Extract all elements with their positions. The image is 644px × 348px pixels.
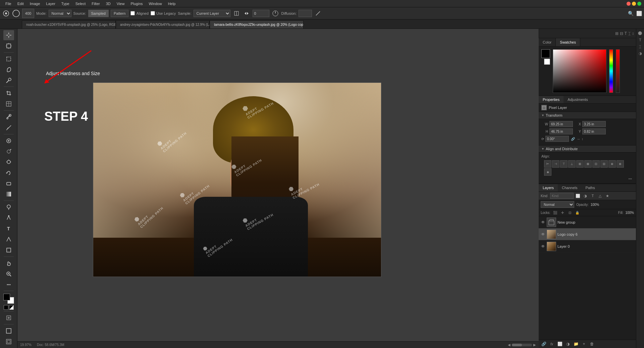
- opacity-value[interactable]: 100%: [591, 203, 599, 207]
- fg-color-box[interactable]: [541, 49, 550, 58]
- text-tool[interactable]: T: [3, 224, 14, 234]
- layers-tab[interactable]: Layers: [539, 184, 558, 191]
- layer-fx-btn[interactable]: fx: [549, 341, 555, 347]
- diffusion-input[interactable]: 5: [299, 10, 312, 17]
- add-mask-btn[interactable]: ⬜: [557, 341, 563, 347]
- brush-tool[interactable]: [3, 147, 14, 157]
- transform-section-header[interactable]: ▼ Transform: [539, 112, 636, 119]
- eyedropper-tool[interactable]: [3, 112, 14, 122]
- artboard-tool[interactable]: [3, 41, 14, 51]
- pattern-btn[interactable]: Pattern: [111, 10, 128, 17]
- brush-size-display[interactable]: 400: [22, 9, 34, 18]
- menu-help[interactable]: Help: [165, 1, 178, 6]
- canvas-area[interactable]: Adjust Hardness and Size STEP 4: [17, 29, 539, 348]
- brush-size-icon[interactable]: [12, 9, 20, 17]
- far-right-icon-3[interactable]: ⌶: [639, 45, 641, 49]
- pen-tool[interactable]: [3, 213, 14, 223]
- menu-image[interactable]: Image: [27, 1, 43, 6]
- dodge-tool[interactable]: [3, 202, 14, 212]
- panel-icon-5[interactable]: ↕: [632, 31, 634, 36]
- foreground-color-swatch[interactable]: [3, 294, 10, 300]
- clone-stamp-tool[interactable]: [3, 157, 14, 167]
- alpha-slider[interactable]: [616, 49, 620, 93]
- shape-tool[interactable]: [3, 245, 14, 255]
- width-input[interactable]: [549, 121, 573, 127]
- menu-window[interactable]: Window: [146, 1, 165, 6]
- lock-pixels-btn[interactable]: ⬛: [552, 210, 558, 215]
- menu-filter[interactable]: Filter: [89, 1, 102, 6]
- layer-item-group[interactable]: 👁 New group: [539, 216, 636, 228]
- far-right-icon-2[interactable]: T: [639, 38, 641, 42]
- align-section-header[interactable]: ▼ Align and Distribute: [539, 146, 636, 153]
- brush-angle-icon[interactable]: [271, 9, 279, 17]
- document-layout-btn[interactable]: [3, 337, 14, 347]
- link-wh-btn[interactable]: 🔗: [570, 136, 576, 141]
- menu-layer[interactable]: Layer: [43, 1, 58, 6]
- marquee-tool[interactable]: [3, 54, 14, 64]
- lock-all-btn[interactable]: 🔒: [575, 210, 580, 215]
- eraser-tool[interactable]: [3, 179, 14, 189]
- layers-filter-adj[interactable]: ◑: [582, 193, 588, 199]
- new-group-btn[interactable]: 📁: [573, 341, 579, 347]
- menu-file[interactable]: File: [3, 1, 14, 6]
- use-legacy-checkbox[interactable]: [151, 11, 155, 15]
- properties-tab[interactable]: Properties: [539, 96, 564, 103]
- diffusion-icon[interactable]: [314, 9, 322, 17]
- move-tool[interactable]: [3, 30, 14, 40]
- adjustments-tab[interactable]: Adjustments: [564, 96, 592, 103]
- tool-preset-picker[interactable]: [2, 9, 10, 17]
- panel-icon-3[interactable]: T: [625, 31, 627, 36]
- tab-1[interactable]: noah-buscher-x1D6Y5VF8-unsplash.jpg @ 25…: [22, 20, 116, 28]
- ruler-tool[interactable]: [3, 123, 14, 133]
- lock-artboard-btn[interactable]: ⊡: [567, 210, 573, 215]
- distribute-left[interactable]: ⊡: [592, 160, 600, 168]
- canvas-image[interactable]: ⬢ ADEPTCLIPPING PATH ⬢ ADEPTCLIPPING PAT…: [93, 82, 381, 277]
- channels-tab[interactable]: Channels: [558, 184, 581, 191]
- flip-icon[interactable]: [243, 9, 251, 17]
- color-tab[interactable]: Color: [539, 38, 556, 46]
- menu-3d[interactable]: 3D: [103, 1, 113, 6]
- color-swatches[interactable]: [3, 294, 14, 304]
- distribute-top[interactable]: ⊗: [616, 160, 624, 168]
- layers-filter-smart[interactable]: ★: [604, 193, 610, 199]
- align-left-edges[interactable]: ⊢: [544, 160, 551, 168]
- history-brush-tool[interactable]: [3, 168, 14, 178]
- align-centers-v[interactable]: ⊞: [576, 160, 584, 168]
- sampled-btn[interactable]: Sampled: [88, 10, 109, 17]
- fill-value[interactable]: 100%: [625, 211, 634, 215]
- zoom-tool[interactable]: [3, 269, 14, 279]
- layer-vis-0[interactable]: 👁: [541, 244, 545, 249]
- x-input[interactable]: [582, 121, 606, 127]
- swatches-tab[interactable]: Swatches: [556, 38, 580, 46]
- align-bottom-edges[interactable]: ⊠: [584, 160, 592, 168]
- window-minimize-button[interactable]: [632, 2, 636, 6]
- switch-colors-btn[interactable]: [9, 305, 14, 310]
- path-selection-tool[interactable]: [3, 234, 14, 244]
- layer-vis-group[interactable]: 👁: [541, 220, 545, 225]
- distribute-centers-h[interactable]: ⊟: [600, 160, 608, 168]
- menu-view[interactable]: View: [114, 1, 127, 6]
- aligned-checkbox[interactable]: [130, 11, 135, 15]
- color-picker-spectrum[interactable]: [553, 49, 606, 93]
- sample-options-icon[interactable]: [232, 9, 240, 17]
- sample-dropdown[interactable]: Current Layer All Layers: [194, 10, 230, 17]
- scroll-left-btn[interactable]: ◀: [508, 343, 511, 347]
- distribute-right[interactable]: ⊕: [608, 160, 616, 168]
- height-input[interactable]: [549, 128, 573, 134]
- align-centers-h[interactable]: ⊣: [552, 160, 559, 168]
- far-right-icon-4[interactable]: ◑: [639, 51, 642, 56]
- angle-input[interactable]: [253, 10, 269, 17]
- flip-v-btn[interactable]: ↕: [582, 137, 583, 141]
- lasso-tool[interactable]: [3, 65, 14, 75]
- y-input[interactable]: [582, 128, 606, 134]
- new-fill-adj-btn[interactable]: ◑: [565, 341, 571, 347]
- layer-vis-logo-copy[interactable]: 👁: [541, 232, 545, 237]
- layer-item-logo-copy[interactable]: 👁 Logo copy 6: [539, 228, 636, 240]
- far-right-icon-1[interactable]: ⬤: [638, 31, 642, 35]
- flip-h-btn[interactable]: ↔: [577, 137, 580, 141]
- screen-mode-btn[interactable]: [3, 326, 14, 336]
- panel-icon-1[interactable]: ⊞: [615, 31, 619, 36]
- window-close-button[interactable]: [627, 2, 631, 6]
- angle-transform-input[interactable]: [545, 136, 569, 142]
- hand-tool[interactable]: [3, 258, 14, 268]
